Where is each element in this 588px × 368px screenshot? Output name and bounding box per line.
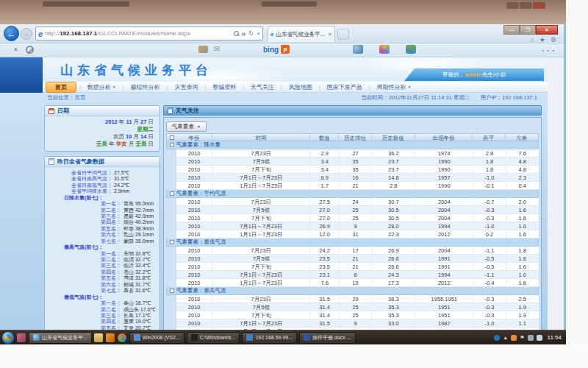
- table-row[interactable]: 20107月5候27.02530.52004-0.31.6: [176, 206, 539, 214]
- browser-tab[interactable]: e 山东省气候业务平... ✕: [268, 26, 335, 42]
- cell: -0.7: [473, 198, 506, 205]
- people-addon-icon[interactable]: [406, 45, 416, 54]
- forward-button[interactable]: →: [21, 28, 32, 40]
- nav-item-label: 数据分析: [87, 83, 111, 91]
- nav-item-5[interactable]: 整编资料: [206, 82, 243, 92]
- table-row[interactable]: 20101月1日～7月23日7.61917.32012-0.41.6: [176, 279, 539, 287]
- ranking-row: 第一名：青岛 95.0mm: [45, 201, 158, 207]
- minimize-button[interactable]: —: [503, 25, 520, 35]
- section-checkbox[interactable]: [170, 191, 174, 196]
- table-row[interactable]: 20107月23日24.21726.92004-1.11.8: [176, 247, 539, 255]
- tray-update-icon[interactable]: [511, 335, 517, 341]
- column-header[interactable]: 时间: [212, 134, 310, 141]
- new-tab-button[interactable]: [337, 29, 349, 40]
- close-icon[interactable]: [533, 2, 545, 9]
- back-button[interactable]: ←: [4, 26, 19, 41]
- column-header[interactable]: 历史排位: [339, 134, 371, 141]
- tab-close-icon[interactable]: ✕: [328, 32, 332, 38]
- search-icon[interactable]: [234, 31, 239, 36]
- pinned-app-icon[interactable]: [17, 333, 26, 342]
- background-window-controls[interactable]: [506, 2, 545, 9]
- media-player-icon[interactable]: [118, 333, 126, 342]
- nav-item-6[interactable]: 天气关注: [244, 82, 281, 92]
- column-header[interactable]: 方差: [506, 134, 538, 141]
- table-row[interactable]: 20107月5候23.52126.61991-0.51.6: [176, 255, 539, 263]
- close-button[interactable]: ✕: [536, 25, 558, 35]
- desktop-background: [0, 0, 566, 24]
- maximize-icon[interactable]: [520, 2, 532, 9]
- element-filter-button[interactable]: 气象要素 ▼: [166, 121, 207, 132]
- home-icon[interactable]: ⌂: [530, 36, 534, 43]
- refresh-icon[interactable]: ↻: [248, 30, 254, 37]
- camera-addon-icon[interactable]: [353, 45, 363, 54]
- url-text[interactable]: http://192.168.137.1/GLCCLIMATE/modules/…: [45, 30, 233, 37]
- network-icon[interactable]: [528, 335, 534, 341]
- nav-item-2[interactable]: 数据分析▼: [81, 82, 123, 92]
- close-sidebar-icon[interactable]: ✕: [13, 46, 18, 53]
- address-bar[interactable]: e http://192.168.137.1/GLCCLIMATE/module…: [35, 26, 263, 40]
- mail-icon[interactable]: ✉: [214, 45, 220, 53]
- compat-view-icon[interactable]: ▤: [242, 31, 246, 36]
- table-row[interactable]: 20107月1日～7月23日31.5933.01987-1.01.1: [176, 319, 539, 328]
- table-row[interactable]: 20107月下旬31.42535.31951-0.31.9: [176, 311, 539, 319]
- nav-item-1[interactable]: 首页: [46, 82, 76, 93]
- column-header[interactable]: 年份: [176, 134, 212, 141]
- select-all-checkbox[interactable]: [170, 135, 174, 140]
- taskbar-ie-button[interactable]: 山东省气候业务平...: [29, 332, 92, 344]
- nav-item-7[interactable]: 风险地图: [282, 82, 319, 92]
- table-row[interactable]: 20107月1日～7月23日6.91614.61957-1.02.3: [176, 174, 539, 182]
- bing-logo[interactable]: bing: [263, 46, 279, 54]
- table-row[interactable]: 20107月5候31.42535.31951-0.31.9: [176, 303, 539, 311]
- cell: 2.0: [506, 198, 539, 205]
- nav-item-8[interactable]: 国家下发产品: [320, 82, 369, 92]
- stop-icon[interactable]: ✕: [257, 31, 260, 36]
- start-button[interactable]: [2, 332, 14, 344]
- table-row[interactable]: 20107月5候3.43523.719901.84.8: [176, 158, 539, 166]
- table-row[interactable]: 20101月1日～7月23日1.7212.81990-0.10.4: [176, 182, 539, 190]
- taskbar-window-button-3[interactable]: 192.168.59.99...: [242, 332, 297, 344]
- cell: 26.6: [372, 255, 415, 262]
- table-row[interactable]: 20107月1日～7月23日26.9928.01994-1.01.0: [176, 222, 539, 230]
- tray-messenger-icon[interactable]: [494, 335, 500, 341]
- stamp-icon[interactable]: [198, 46, 208, 53]
- column-header[interactable]: 数值: [310, 134, 339, 141]
- table-row[interactable]: 20107月下旬3.43523.719901.84.8: [176, 166, 539, 174]
- explorer-folder-icon[interactable]: [94, 333, 103, 342]
- tray-flag-icon[interactable]: ⚑: [520, 335, 524, 341]
- taskbar-window-button-4[interactable]: 操作手册.docx ...: [299, 332, 356, 344]
- table-row[interactable]: 20107月23日2.92736.219742.87.6: [176, 149, 539, 158]
- show-hidden-icons-arrow[interactable]: ▲: [503, 335, 508, 340]
- bing-toolbar[interactable]: bing p: [263, 45, 290, 54]
- column-header[interactable]: 距平: [473, 134, 505, 141]
- taskbar-window-button-2[interactable]: C:\Windows\s...: [187, 332, 240, 344]
- section-checkbox[interactable]: [170, 289, 174, 293]
- table-row[interactable]: 20101月1日～7月23日12.03122.320120.21.6: [176, 230, 539, 238]
- addon-p-icon[interactable]: p: [281, 45, 290, 54]
- favorites-star-icon[interactable]: ★: [539, 36, 545, 43]
- more-options-dots-icon[interactable]: • • •: [542, 47, 555, 54]
- color-addon-icon[interactable]: [379, 45, 390, 54]
- table-row[interactable]: 20107月下旬27.02530.52004-0.31.6: [176, 214, 539, 222]
- minimize-icon[interactable]: [506, 2, 519, 9]
- volume-icon[interactable]: [537, 335, 542, 341]
- table-row[interactable]: 20107月23日27.52430.72004-0.72.0: [176, 198, 539, 206]
- nav-item-4[interactable]: 灾害查询: [168, 82, 204, 92]
- column-header[interactable]: 历史极值: [372, 134, 415, 141]
- column-header[interactable]: 出现年份: [415, 134, 473, 141]
- nav-item-9[interactable]: 周期性分析▼: [370, 82, 418, 92]
- section-checkbox[interactable]: [170, 143, 174, 147]
- tools-gear-icon[interactable]: ⚙: [551, 36, 556, 43]
- table-row[interactable]: 20107月下旬23.52126.61991-0.51.6: [176, 263, 539, 271]
- taskbar-window-button-1[interactable]: Win2008 (VS2...: [129, 332, 184, 344]
- taskbar-clock[interactable]: 11:54: [548, 334, 562, 341]
- table-row[interactable]: 20107月1日～7月23日23.1824.31994-1.11.0: [176, 271, 539, 279]
- cell: -1.0: [473, 174, 506, 181]
- orange-app-icon[interactable]: [106, 333, 115, 342]
- stat-value: 2.9mm: [112, 188, 129, 194]
- nav-item-3[interactable]: 极端性分析: [124, 82, 167, 92]
- blocked-content-icon[interactable]: [26, 46, 34, 54]
- restore-button[interactable]: ❐: [520, 25, 536, 35]
- page-viewport: 山东省气候业务平台 尊敬的， admin 先生/小姐 首页|数据分析▼|极端性分…: [0, 57, 564, 330]
- table-row[interactable]: 20107月23日31.52936.31955,1951-0.32.5: [176, 295, 539, 303]
- section-checkbox[interactable]: [170, 240, 174, 244]
